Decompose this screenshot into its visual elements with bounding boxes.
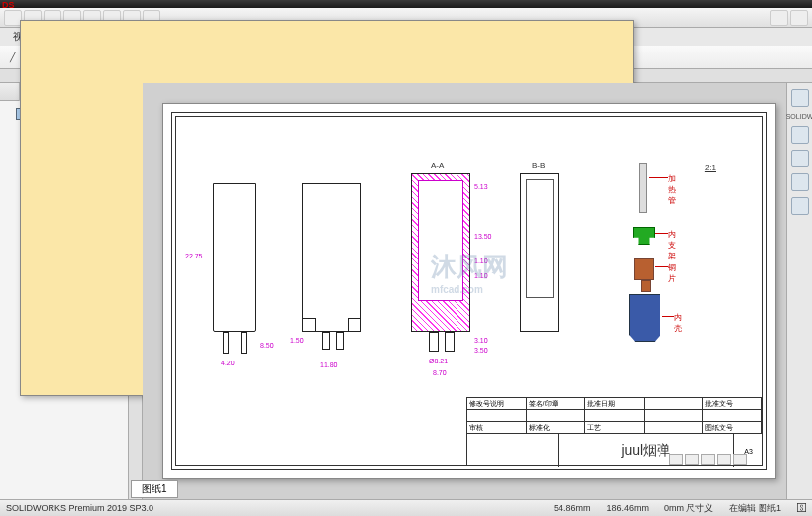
dim-innerw: 11.80: [320, 361, 338, 368]
scale-note: 2:1: [705, 163, 716, 172]
task-label: SOLIDW: [786, 113, 812, 120]
sheet-tab-label: 图纸1: [142, 483, 167, 494]
tree-tab-feature-icon[interactable]: [0, 83, 20, 101]
app-edition: SOLIDWORKS Premium 2019 SP3.0: [6, 503, 153, 513]
dim-r1: 1.10: [474, 258, 488, 264]
dim-pinw: 3.50: [474, 347, 488, 354]
3d-icon[interactable]: [791, 150, 809, 167]
label-bracket: 内支架: [668, 229, 676, 261]
line-tool-icon[interactable]: ╱: [6, 51, 19, 64]
dim-dia: Ø8.21: [429, 358, 448, 364]
drawing-sheet: 2:1 22.75 4.20 8.50 1.50 11.80: [162, 103, 776, 479]
status-mode: 在编辑 图纸1: [729, 502, 781, 515]
section-label: A-A: [431, 161, 444, 170]
app-logo: DS: [2, 0, 15, 10]
tree-sheet1[interactable]: 图纸1: [4, 141, 124, 158]
dim-pin: 8.50: [260, 342, 274, 349]
dim-tab: 8.70: [433, 369, 447, 376]
dim-slot: 5.13: [474, 183, 488, 190]
home-icon[interactable]: [791, 89, 809, 107]
dim-r2: 1.10: [474, 272, 488, 279]
status-bar: SOLIDWORKS Premium 2019 SP3.0 54.86mm 18…: [0, 499, 812, 516]
dim-chamfer: 3.10: [474, 337, 488, 344]
sheet-tab[interactable]: 图纸1: [131, 480, 178, 498]
feature-tree[interactable]: juul 烟弹 注解 图纸1: [0, 101, 128, 162]
zoom-prev-icon[interactable]: [669, 454, 683, 465]
dim-width: 4.20: [221, 360, 235, 366]
zoom-in-icon[interactable]: [717, 454, 731, 465]
label-copper: 铜片: [668, 262, 676, 284]
status-units: 0mm 尺寸义: [664, 502, 714, 515]
status-ime-icon[interactable]: 🅂: [797, 503, 806, 513]
zoom-out-icon[interactable]: [733, 454, 747, 465]
dim-gap: 1.50: [290, 337, 304, 344]
canvas-zoom-toolbar: [669, 454, 747, 467]
dim-height: 22.75: [185, 253, 203, 259]
label-shell: 内壳: [674, 312, 682, 334]
search-icon[interactable]: [770, 10, 788, 26]
coord-y: 186.46mm: [606, 503, 649, 513]
help-icon[interactable]: [790, 10, 808, 26]
task-pane: SOLIDW: [786, 83, 812, 499]
zoom-fit-icon[interactable]: [701, 454, 715, 465]
appearance-icon[interactable]: [791, 173, 809, 191]
zoom-next-icon[interactable]: [685, 454, 699, 465]
section-label: B-B: [532, 161, 545, 170]
dim-wall: 13.50: [474, 233, 492, 240]
feature-tree-panel: juul 烟弹 注解 图纸1: [0, 83, 129, 499]
property-icon[interactable]: [791, 197, 809, 215]
coord-x: 54.86mm: [554, 503, 591, 513]
drawing-canvas[interactable]: 2:1 22.75 4.20 8.50 1.50 11.80: [143, 83, 786, 499]
resources-icon[interactable]: [791, 126, 809, 144]
label-heater: 加热管: [668, 173, 676, 206]
